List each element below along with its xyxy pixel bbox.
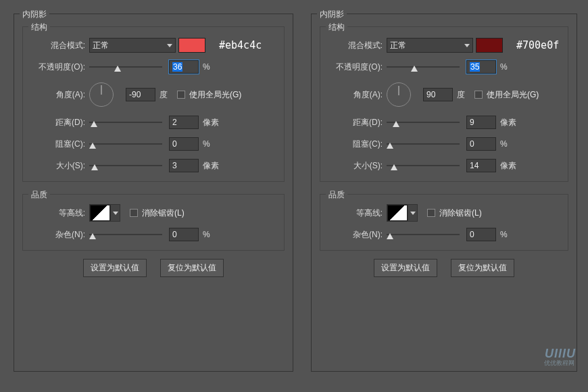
distance-slider[interactable]: [387, 116, 460, 129]
structure-group: 结构 混合模式: 正常 #700e0f 不透明度(O): 35 % 角度(A):…: [320, 26, 568, 182]
choke-label: 阻塞(C):: [326, 139, 387, 150]
set-default-button[interactable]: 设置为默认值: [374, 259, 437, 277]
noise-label: 杂色(N):: [28, 229, 89, 241]
contour-dropdown[interactable]: [110, 205, 120, 221]
opacity-input[interactable]: 35: [466, 60, 496, 74]
angle-unit: 度: [160, 89, 168, 101]
inner-shadow-panel-left: 内阴影 结构 混合模式: 正常 #eb4c4c 不透明度(O): 36 % 角度…: [14, 14, 293, 372]
chevron-down-icon: [464, 44, 470, 47]
choke-slider[interactable]: [387, 137, 460, 151]
reset-default-button[interactable]: 复位为默认值: [451, 259, 514, 277]
noise-row: 杂色(N): 0 %: [28, 224, 278, 245]
group-title: 品质: [28, 189, 50, 201]
watermark-text: 优优教程网: [544, 359, 574, 368]
distance-row: 距离(D): 9 像素: [326, 112, 562, 132]
quality-group: 品质 等高线: 消除锯齿(L) 杂色(N): 0 %: [320, 194, 568, 251]
chevron-down-icon: [410, 212, 416, 215]
reset-default-button[interactable]: 复位为默认值: [160, 259, 224, 277]
choke-row: 阻塞(C): 0 %: [326, 134, 562, 154]
distance-slider[interactable]: [89, 116, 162, 129]
size-unit: 像素: [500, 160, 516, 172]
angle-row: 角度(A): 90 度 使用全局光(G): [326, 78, 562, 111]
noise-input[interactable]: 0: [466, 228, 496, 241]
contour-label: 等高线:: [326, 207, 387, 219]
choke-slider[interactable]: [89, 137, 162, 151]
angle-label: 角度(A):: [326, 89, 387, 101]
distance-input[interactable]: 9: [466, 116, 496, 129]
angle-row: 角度(A): -90 度 使用全局光(G): [28, 78, 278, 111]
antialias-checkbox[interactable]: [427, 209, 435, 217]
angle-unit: 度: [457, 89, 465, 101]
opacity-input[interactable]: 36: [169, 60, 199, 74]
contour-picker[interactable]: [387, 204, 418, 222]
size-row: 大小(S): 3 像素: [28, 155, 278, 176]
size-slider[interactable]: [89, 159, 162, 172]
panel-title: 内阴影: [317, 9, 347, 20]
size-row: 大小(S): 14 像素: [326, 155, 562, 176]
contour-picker[interactable]: [89, 204, 120, 222]
contour-row: 等高线: 消除锯齿(L): [28, 203, 278, 223]
angle-dial[interactable]: [89, 82, 114, 107]
opacity-row: 不透明度(O): 35 %: [326, 57, 562, 77]
blend-mode-select[interactable]: 正常: [387, 38, 473, 53]
distance-row: 距离(D): 2 像素: [28, 112, 278, 132]
noise-slider[interactable]: [89, 228, 162, 241]
group-title: 结构: [28, 22, 50, 33]
structure-group: 结构 混合模式: 正常 #eb4c4c 不透明度(O): 36 % 角度(A):…: [22, 26, 285, 182]
choke-input[interactable]: 0: [169, 137, 199, 151]
button-row: 设置为默认值 复位为默认值: [14, 259, 293, 277]
set-default-button[interactable]: 设置为默认值: [83, 259, 147, 277]
angle-input[interactable]: 90: [423, 88, 453, 101]
noise-label: 杂色(N):: [326, 229, 387, 241]
blend-mode-row: 混合模式: 正常 #eb4c4c: [28, 35, 278, 55]
button-row: 设置为默认值 复位为默认值: [312, 259, 577, 277]
blend-mode-value: 正常: [93, 40, 109, 51]
global-light-checkbox[interactable]: [474, 91, 483, 99]
opacity-slider[interactable]: [387, 60, 460, 74]
distance-unit: 像素: [203, 117, 219, 128]
choke-row: 阻塞(C): 0 %: [28, 134, 278, 154]
size-label: 大小(S):: [326, 160, 387, 172]
opacity-unit: %: [500, 62, 508, 72]
distance-input[interactable]: 2: [169, 116, 199, 129]
size-input[interactable]: 14: [466, 159, 496, 172]
blend-mode-row: 混合模式: 正常 #700e0f: [326, 35, 562, 55]
opacity-slider[interactable]: [89, 60, 162, 74]
blend-mode-label: 混合模式:: [28, 40, 89, 51]
opacity-label: 不透明度(O):: [28, 62, 89, 73]
blend-mode-select[interactable]: 正常: [89, 38, 176, 53]
inner-shadow-panel-right: 内阴影 结构 混合模式: 正常 #700e0f 不透明度(O): 35 % 角度…: [311, 14, 577, 372]
antialias-label: 消除锯齿(L): [439, 207, 482, 219]
quality-group: 品质 等高线: 消除锯齿(L) 杂色(N): 0 %: [22, 194, 285, 251]
opacity-row: 不透明度(O): 36 %: [28, 57, 278, 77]
hex-annotation: #eb4c4c: [219, 39, 262, 51]
size-input[interactable]: 3: [169, 159, 199, 172]
chevron-down-icon: [113, 212, 118, 215]
contour-thumb-icon: [90, 205, 110, 221]
angle-input[interactable]: -90: [126, 88, 155, 101]
blend-mode-value: 正常: [390, 40, 406, 51]
group-title: 结构: [326, 22, 347, 33]
noise-input[interactable]: 0: [169, 228, 199, 241]
contour-dropdown[interactable]: [408, 205, 417, 221]
distance-unit: 像素: [500, 117, 516, 128]
antialias-label: 消除锯齿(L): [142, 207, 185, 219]
group-title: 品质: [326, 189, 347, 201]
contour-label: 等高线:: [28, 207, 89, 219]
antialias-checkbox[interactable]: [130, 209, 138, 217]
opacity-label: 不透明度(O):: [326, 62, 387, 73]
panel-title: 内阴影: [20, 9, 49, 20]
global-light-label: 使用全局光(G): [487, 89, 539, 101]
choke-input[interactable]: 0: [466, 137, 496, 151]
color-swatch[interactable]: [476, 38, 503, 53]
color-swatch[interactable]: [178, 38, 205, 53]
size-unit: 像素: [203, 160, 219, 172]
hex-annotation: #700e0f: [516, 39, 559, 51]
angle-dial[interactable]: [387, 82, 411, 107]
noise-unit: %: [203, 230, 210, 239]
size-slider[interactable]: [387, 159, 460, 172]
noise-slider[interactable]: [387, 228, 460, 241]
noise-row: 杂色(N): 0 %: [326, 224, 562, 245]
global-light-checkbox[interactable]: [177, 91, 185, 99]
global-light-label: 使用全局光(G): [189, 89, 241, 101]
